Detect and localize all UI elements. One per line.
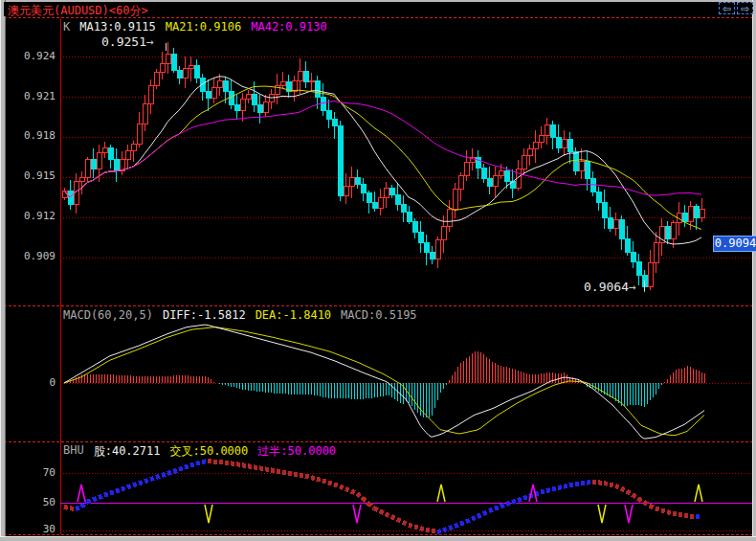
low-price-annotation: 0.9064→ xyxy=(584,280,636,294)
price-tick-0924: 0.924 xyxy=(0,50,56,62)
back-arrow-button[interactable]: ⇦ xyxy=(719,2,735,14)
bhu-indicator-header: BHU 股:40.2711 交叉:50.0000 过半:50.0000 xyxy=(63,443,336,460)
right-arrow-icon: ⇨ xyxy=(741,3,749,14)
left-arrow-icon: ⇦ xyxy=(723,3,731,14)
window-frame-left xyxy=(0,0,6,541)
ma13-value-label: MA13:0.9115 xyxy=(79,20,155,34)
bhu-tick-30: 30 xyxy=(0,523,56,535)
macd-indicator-header: MACD(60,20,5) DIFF:-1.5812 DEA:-1.8410 M… xyxy=(63,308,417,322)
macd-zero-tick: 0 xyxy=(0,376,56,389)
ma42-value-label: MA42:0.9130 xyxy=(251,20,326,34)
bhu-tick-50: 50 xyxy=(0,496,56,508)
price-tick-0915: 0.915 xyxy=(0,169,56,182)
price-tick-0918: 0.918 xyxy=(0,129,56,142)
title-bar: 澳元美元(AUDUSD)<60分> xyxy=(4,2,752,16)
main-indicator-header: K MA13:0.9115 MA21:0.9106 MA42:0.9130 xyxy=(63,20,327,34)
bhu-half-label: 过半:50.0000 xyxy=(257,443,336,460)
bhu-cross-label: 交叉:50.0000 xyxy=(169,443,248,460)
last-price-tag: 0.9094 xyxy=(713,236,756,252)
window-title: 澳元美元(AUDUSD)<60分> xyxy=(8,3,148,19)
macd-value-label: MACD:0.5195 xyxy=(341,308,416,322)
ma21-value-label: MA21:0.9106 xyxy=(166,20,241,34)
high-price-annotation: 0.9251→ xyxy=(101,34,154,49)
price-tick-0909: 0.909 xyxy=(0,250,56,262)
chart-window: 澳元美元(AUDUSD)<60分> ⇦ ⇨ K MA13:0.9115 MA21… xyxy=(0,0,756,541)
right-arrow-icon: → xyxy=(146,34,154,49)
forward-arrow-button[interactable]: ⇨ xyxy=(737,2,753,14)
price-tick-0921: 0.921 xyxy=(0,90,56,102)
macd-name-label: MACD(60,20,5) xyxy=(63,308,153,322)
bhu-value-label: 股:40.2711 xyxy=(94,443,161,460)
window-frame-bottom xyxy=(0,536,756,541)
price-tick-0912: 0.912 xyxy=(0,210,56,222)
right-arrow-icon: → xyxy=(629,280,636,294)
bhu-name-label: BHU xyxy=(63,443,84,460)
indicator-k-label: K xyxy=(63,20,70,34)
dea-value-label: DEA:-1.8410 xyxy=(256,308,331,322)
bhu-tick-70: 70 xyxy=(0,466,56,479)
window-frame-right xyxy=(752,0,756,541)
chart-canvas[interactable] xyxy=(0,0,756,541)
diff-value-label: DIFF:-1.5812 xyxy=(163,308,246,322)
